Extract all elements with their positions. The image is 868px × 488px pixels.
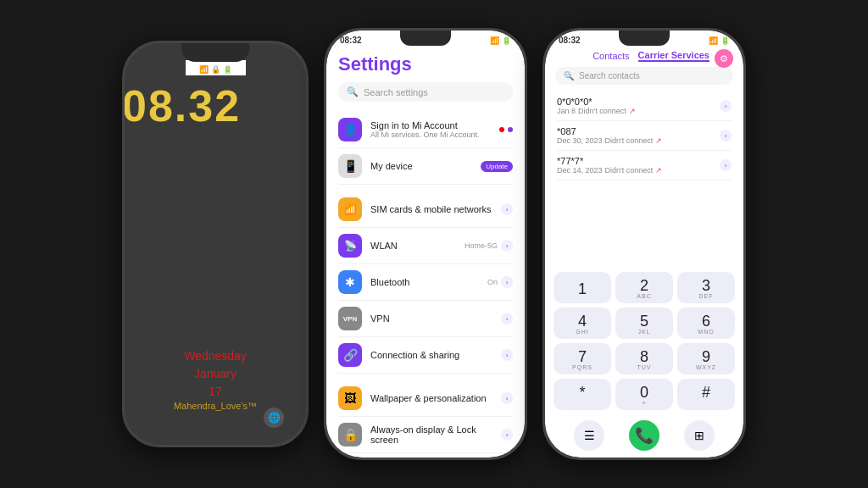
num-btn-2[interactable]: 2ABC	[615, 272, 673, 303]
chevron-icon: ›	[720, 130, 732, 141]
wallpaper-title: Wallpaper & personalization	[370, 393, 492, 403]
settings-item-connection[interactable]: 🔗 Connection & sharing ›	[338, 337, 513, 374]
call-number: *77*7*	[557, 156, 662, 166]
lockscreen-title: Always-on display & Lock screen	[370, 424, 492, 445]
connection-icon: 🔗	[338, 343, 362, 367]
action-bar: ☰ 📞 ⊞	[545, 415, 743, 458]
call-info: Jan 8 Didn't connect ↗	[557, 107, 636, 115]
tab-contacts[interactable]: Contacts	[593, 51, 629, 61]
chevron-icon: ›	[720, 159, 732, 171]
lockscreen-icon: 🔒	[338, 423, 362, 446]
num-btn-9[interactable]: 9WXYZ	[677, 343, 735, 374]
sim-title: SIM cards & mobile networks	[370, 204, 492, 214]
status-bar: 📶 🔒 🔋	[186, 60, 246, 75]
phone-lockscreen: 📶 🔒 🔋 08.32 WednesdayJanuary17 Mahendra_…	[122, 41, 309, 447]
battery-icon: 🔋	[502, 36, 511, 45]
settings-item-mi-account[interactable]: 👤 Sign in to Mi Account All Mi services.…	[338, 112, 513, 148]
status-icons: 📶 🔒 🔋	[199, 65, 232, 74]
menu-button[interactable]: ☰	[574, 420, 604, 451]
settings-gear-button[interactable]: ⚙	[715, 49, 733, 68]
num-btn-7[interactable]: 7PQRS	[554, 343, 611, 374]
settings-item-vpn[interactable]: VPN VPN ›	[338, 301, 513, 337]
battery-icon: 🔋	[721, 36, 730, 45]
wifi-icon: 📶	[199, 65, 209, 74]
connection-title: Connection & sharing	[370, 350, 492, 360]
status-time: 08:32	[340, 36, 362, 45]
wlan-title: WLAN	[370, 241, 456, 251]
num-btn-8[interactable]: 8TUV	[615, 343, 673, 374]
notch	[181, 43, 249, 62]
call-status: Didn't connect	[605, 166, 654, 175]
phone-settings: 08:32 📶 🔋 Settings 🔍 Search settings 👤 S…	[324, 28, 527, 460]
wlan-value: Home-5G	[465, 241, 498, 250]
call-info: Dec 30, 2023 Didn't connect ↗	[557, 136, 662, 145]
battery-icon: 🔋	[223, 65, 232, 74]
num-btn-hash[interactable]: #	[677, 379, 735, 410]
num-btn-1[interactable]: 1	[554, 272, 611, 303]
status-icons: 📶 🔋	[490, 36, 511, 45]
search-icon: 🔍	[564, 71, 574, 80]
wifi-icon: 📶	[490, 36, 499, 45]
call-item[interactable]: 0*0*0*0* Jan 8 Didn't connect ↗ ›	[557, 92, 732, 121]
username: Mahendra_Love's™	[174, 401, 257, 411]
dialer-search[interactable]: 🔍 Search contacts	[555, 67, 733, 85]
dialer-tabs: Contacts Carrier Services	[545, 47, 743, 67]
sim-icon: 🔒	[211, 65, 220, 74]
call-date: Jan 8	[557, 107, 576, 115]
chevron-icon: ›	[501, 429, 513, 441]
device-title: My device	[370, 161, 472, 171]
sim-icon: 📶	[338, 197, 362, 221]
chevron-icon: ›	[501, 349, 513, 361]
settings-item-wallpaper[interactable]: 🖼 Wallpaper & personalization ›	[338, 380, 513, 417]
chevron-icon: ›	[501, 203, 513, 215]
chevron-icon: ›	[501, 276, 513, 288]
wifi-icon: 📶	[709, 36, 718, 45]
call-date: Dec 30, 2023	[557, 136, 603, 145]
call-item[interactable]: *77*7* Dec 14, 2023 Didn't connect ↗ ›	[557, 151, 732, 180]
call-date: Dec 14, 2023	[557, 166, 603, 175]
device-icon: 📱	[338, 154, 362, 178]
bluetooth-title: Bluetooth	[370, 277, 479, 287]
tab-carrier-services[interactable]: Carrier Services	[638, 50, 709, 62]
mi-account-sub: All Mi services. One Mi Account.	[370, 130, 491, 139]
call-button[interactable]: 📞	[629, 420, 659, 451]
settings-item-sim[interactable]: 📶 SIM cards & mobile networks ›	[338, 191, 513, 228]
numpad-grid: 1 2ABC 3DEF 4GHI 5JKL 6MNO 7PQRS 8TUV 9W…	[554, 272, 735, 410]
mi-account-icon: 👤	[338, 118, 362, 141]
dot-blue	[508, 127, 513, 132]
num-btn-star[interactable]: *	[554, 379, 611, 410]
search-placeholder: Search contacts	[579, 71, 640, 80]
phone-dialer: 08:32 📶 🔋 ⚙ Contacts Carrier Services 🔍 …	[542, 28, 746, 460]
recent-calls-list: 0*0*0*0* Jan 8 Didn't connect ↗ › *087 D…	[545, 92, 743, 269]
vpn-icon: VPN	[338, 307, 362, 330]
settings-item-device[interactable]: 📱 My device Update	[338, 148, 513, 185]
num-btn-0[interactable]: 0+	[615, 379, 673, 410]
mi-account-title: Sign in to Mi Account	[370, 120, 491, 130]
call-info: Dec 14, 2023 Didn't connect ↗	[557, 166, 662, 175]
call-number: 0*0*0*0*	[557, 97, 636, 107]
chevron-icon: ›	[501, 240, 513, 252]
settings-item-bluetooth[interactable]: ✱ Bluetooth On ›	[338, 264, 513, 301]
chevron-icon: ›	[501, 392, 513, 404]
settings-title: Settings	[338, 53, 513, 75]
num-btn-3[interactable]: 3DEF	[677, 272, 735, 303]
call-status: Didn't connect	[605, 136, 654, 145]
settings-search[interactable]: 🔍 Search settings	[338, 82, 513, 102]
num-btn-4[interactable]: 4GHI	[554, 308, 611, 339]
wlan-icon: 📡	[338, 234, 362, 258]
dot-red	[499, 127, 504, 132]
bluetooth-icon: ✱	[338, 270, 362, 294]
call-arrow-icon: ↗	[655, 136, 662, 145]
search-icon: 🔍	[347, 86, 359, 97]
wallpaper-icon: 🖼	[338, 386, 362, 410]
call-item[interactable]: *087 Dec 30, 2023 Didn't connect ↗ ›	[557, 121, 732, 151]
globe-icon: 🌐	[264, 408, 284, 428]
settings-item-lockscreen[interactable]: 🔒 Always-on display & Lock screen ›	[338, 417, 513, 453]
call-arrow-icon: ↗	[629, 107, 636, 115]
num-btn-5[interactable]: 5JKL	[615, 308, 673, 339]
settings-item-wlan[interactable]: 📡 WLAN Home-5G ›	[338, 228, 513, 264]
call-number: *087	[557, 126, 662, 136]
dialpad-button[interactable]: ⊞	[684, 420, 715, 451]
num-btn-6[interactable]: 6MNO	[677, 308, 735, 339]
chevron-icon: ›	[720, 100, 732, 112]
